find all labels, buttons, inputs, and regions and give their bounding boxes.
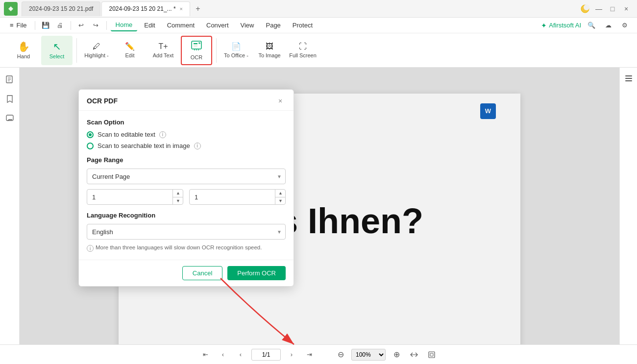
app-logo — [4, 2, 18, 16]
fullscreen-tool[interactable]: ⛶ Full Screen — [287, 36, 318, 65]
to-office-icon: 📄 — [231, 43, 241, 50]
page-input[interactable] — [251, 349, 281, 361]
print-icon[interactable]: 🖨 — [54, 19, 67, 32]
menu-comment[interactable]: Comment — [162, 20, 199, 31]
language-title: Language Recognition — [87, 212, 286, 219]
spinbox-row: ▲ ▼ ▲ ▼ — [87, 189, 286, 205]
dialog-close-button[interactable]: × — [275, 96, 286, 106]
fullscreen-label: Full Screen — [289, 52, 317, 58]
zoom-out-btn[interactable]: ⊖ — [334, 348, 347, 362]
sidebar-bookmark-icon[interactable] — [2, 91, 18, 107]
tab-1-label: 2024-09-23 15 20 21.pdf — [29, 5, 93, 12]
tab-2[interactable]: 2024-09-23 15 20 21_... * × — [101, 1, 190, 16]
theme-icon[interactable] — [578, 2, 592, 16]
menu-convert[interactable]: Convert — [201, 20, 234, 31]
settings-button[interactable]: ⚙ — [618, 19, 631, 32]
menu-divider-1 — [35, 21, 35, 30]
hand-tool[interactable]: ✋ Hand — [8, 36, 39, 65]
scan-editable-radio[interactable] — [87, 131, 94, 138]
tab-1[interactable]: 2024-09-23 15 20 21.pdf — [22, 1, 100, 16]
add-text-label: Add Text — [153, 52, 174, 58]
menu-page[interactable]: Page — [261, 20, 285, 31]
page-range-select[interactable]: Current Page All Pages Custom Range — [87, 169, 286, 184]
fit-width-btn[interactable] — [407, 348, 421, 362]
ai-label: Afirstsoft AI — [549, 22, 581, 29]
tab-2-close[interactable]: × — [180, 6, 183, 12]
menubar: ≡ File 💾 🖨 ↩ ↪ Home Edit Comment Convert… — [0, 18, 637, 33]
menu-home[interactable]: Home — [111, 19, 138, 31]
svg-rect-14 — [430, 353, 433, 356]
prev-btn-2[interactable]: ‹ — [234, 348, 247, 362]
titlebar: 2024-09-23 15 20 21.pdf 2024-09-23 15 20… — [0, 0, 637, 18]
ai-star-icon: ✦ — [541, 22, 547, 29]
undo-icon[interactable]: ↩ — [75, 19, 88, 32]
menu-divider-2 — [71, 21, 71, 30]
zoom-in-btn[interactable]: ⊕ — [390, 348, 403, 362]
fit-page-btn[interactable] — [425, 348, 439, 362]
scan-searchable-radio[interactable] — [87, 143, 94, 149]
next-btn[interactable]: › — [285, 348, 298, 362]
select-tool[interactable]: ↖ Select — [41, 36, 73, 65]
to-spinbox-up[interactable]: ▲ — [275, 189, 286, 197]
to-spinbox: ▲ ▼ — [189, 189, 286, 205]
to-input[interactable] — [189, 189, 286, 205]
dialog-body: Scan Option Scan to editable text i Scan… — [79, 111, 294, 260]
cloud-button[interactable]: ☁ — [602, 19, 614, 32]
svg-rect-9 — [625, 75, 632, 76]
ai-button[interactable]: ✦ Afirstsoft AI — [541, 22, 581, 29]
edit-tool[interactable]: ✏️ Edit — [114, 36, 146, 65]
from-spinbox-btns: ▲ ▼ — [172, 189, 183, 205]
select-icon: ↖ — [53, 42, 61, 51]
to-image-tool[interactable]: 🖼 To Image — [254, 36, 285, 65]
hint-text: More than three languages will slow down… — [96, 244, 262, 250]
first-page-btn[interactable]: ⇤ — [198, 348, 212, 362]
new-tab-button[interactable]: + — [191, 2, 205, 16]
close-button[interactable]: × — [619, 2, 633, 16]
svg-point-6 — [198, 42, 200, 44]
select-label: Select — [49, 53, 65, 59]
from-spinbox-down[interactable]: ▼ — [173, 197, 183, 205]
menubar-right: ✦ Afirstsoft AI 🔍 ☁ ⚙ — [541, 19, 631, 32]
svg-rect-5 — [194, 43, 197, 44]
sidebar-pages-icon[interactable] — [2, 72, 18, 87]
scan-searchable-info[interactable]: i — [194, 143, 201, 149]
prev-page-btn[interactable]: ‹ — [216, 348, 230, 362]
perform-ocr-button[interactable]: Perform OCR — [227, 266, 286, 280]
to-office-tool[interactable]: 📄 To Office - — [220, 36, 252, 65]
add-text-tool[interactable]: T+ Add Text — [147, 36, 179, 65]
sidebar-comments-icon[interactable] — [2, 111, 18, 126]
svg-rect-11 — [625, 80, 632, 81]
from-input[interactable] — [87, 189, 183, 205]
dialog-footer: Cancel Perform OCR — [79, 260, 294, 286]
search-button[interactable]: 🔍 — [585, 19, 598, 32]
to-spinbox-down[interactable]: ▼ — [275, 197, 286, 205]
menu-protect[interactable]: Protect — [288, 20, 318, 31]
toolbar: ✋ Hand ↖ Select 🖊 Highlight - ✏️ Edit T+… — [0, 33, 637, 68]
ocr-tool[interactable]: OCR — [181, 36, 212, 65]
to-image-icon: 🖼 — [266, 43, 273, 50]
cancel-button[interactable]: Cancel — [182, 266, 222, 280]
menu-view[interactable]: View — [236, 20, 259, 31]
redo-icon[interactable]: ↪ — [90, 19, 102, 32]
right-sidebar — [619, 68, 637, 344]
minimize-button[interactable]: — — [592, 2, 606, 16]
last-page-btn[interactable]: ⇥ — [302, 348, 316, 362]
to-image-label: To Image — [258, 52, 280, 58]
language-select[interactable]: English French German Chinese Japanese S… — [87, 224, 286, 240]
file-label[interactable]: File — [17, 22, 27, 29]
from-spinbox-up[interactable]: ▲ — [173, 189, 183, 197]
hamburger-icon: ≡ — [10, 22, 14, 29]
scan-editable-info[interactable]: i — [159, 131, 166, 138]
dialog-overlay: OCR PDF × Scan Option Scan to editable t… — [20, 68, 619, 344]
highlight-icon: 🖊 — [93, 43, 100, 50]
zoom-select[interactable]: 50% 75% 100% 125% 150% 200% — [351, 349, 386, 361]
hand-icon: ✋ — [18, 42, 30, 51]
svg-rect-13 — [429, 352, 435, 358]
tab-2-label: 2024-09-23 15 20 21_... * — [109, 5, 175, 12]
menu-edit[interactable]: Edit — [139, 20, 160, 31]
save-icon[interactable]: 💾 — [39, 19, 52, 32]
highlight-tool[interactable]: 🖊 Highlight - — [81, 36, 112, 65]
hamburger-menu[interactable]: ≡ File — [6, 20, 31, 31]
properties-icon[interactable] — [622, 72, 636, 85]
maximize-button[interactable]: □ — [606, 2, 619, 16]
